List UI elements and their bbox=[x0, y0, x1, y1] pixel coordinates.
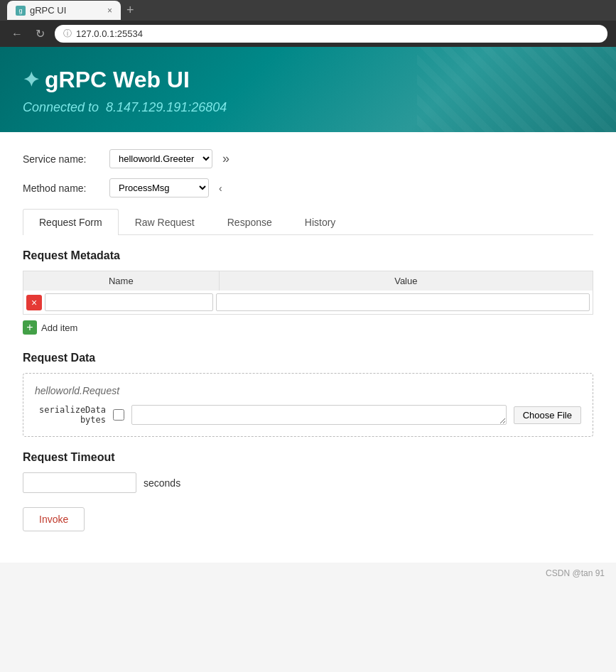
forward-button[interactable]: ↻ bbox=[33, 26, 48, 42]
service-name-row: Service name: helloworld.Greeter » bbox=[23, 149, 593, 168]
service-forward-button[interactable]: » bbox=[221, 150, 231, 168]
hero-title: ✦ gRPC Web UI bbox=[23, 67, 593, 93]
request-data-box: helloworld.Request serializeData bytes C… bbox=[23, 373, 593, 437]
tab-response[interactable]: Response bbox=[211, 209, 288, 235]
main-content: Service name: helloworld.Greeter » Metho… bbox=[0, 132, 616, 563]
timeout-row: seconds bbox=[23, 472, 593, 493]
choose-file-button[interactable]: Choose File bbox=[514, 406, 581, 424]
metadata-header-row: Name Value bbox=[23, 271, 593, 291]
service-name-label: Service name: bbox=[23, 153, 101, 165]
connected-label: Connected to bbox=[23, 100, 99, 114]
address-text: 127.0.0.1:25534 bbox=[76, 28, 143, 39]
request-timeout-title: Request Timeout bbox=[23, 451, 593, 464]
serialize-field-row: serializeData bytes Choose File bbox=[35, 405, 581, 425]
tab-title: gRPC UI bbox=[30, 5, 66, 16]
serialize-checkbox[interactable] bbox=[113, 409, 124, 421]
browser-tab[interactable]: g gRPC UI × bbox=[7, 1, 121, 20]
tabs-bar: Request Form Raw Request Response Histor… bbox=[23, 209, 593, 235]
serialize-text-input[interactable] bbox=[131, 405, 507, 425]
method-name-select[interactable]: ProcessMsg bbox=[109, 178, 209, 197]
add-icon: + bbox=[23, 320, 37, 335]
tab-raw-request[interactable]: Raw Request bbox=[119, 209, 211, 235]
timeout-unit: seconds bbox=[144, 477, 180, 489]
metadata-table: Name Value × bbox=[23, 271, 593, 315]
tab-close-button[interactable]: × bbox=[107, 6, 112, 16]
metadata-name-input[interactable] bbox=[45, 293, 213, 311]
tab-history[interactable]: History bbox=[288, 209, 352, 235]
invoke-section: Invoke bbox=[23, 507, 593, 531]
delete-row-button[interactable]: × bbox=[26, 295, 42, 310]
tab-content: Request Metadata Name Value × bbox=[23, 235, 593, 546]
request-data-title: Request Data bbox=[23, 352, 593, 364]
grpc-icon: ✦ bbox=[23, 68, 39, 92]
request-data-section: Request Data helloworld.Request serializ… bbox=[23, 352, 593, 437]
request-timeout-section: Request Timeout seconds bbox=[23, 451, 593, 493]
new-tab-button[interactable]: + bbox=[121, 0, 140, 21]
request-metadata-section: Request Metadata Name Value × bbox=[23, 249, 593, 337]
request-metadata-title: Request Metadata bbox=[23, 249, 593, 262]
method-name-label: Method name: bbox=[23, 183, 101, 194]
add-item-label: Add item bbox=[41, 323, 77, 333]
method-name-row: Method name: ProcessMsg ‹ bbox=[23, 178, 593, 197]
method-back-button[interactable]: ‹ bbox=[217, 181, 224, 195]
metadata-row: × bbox=[23, 291, 593, 314]
server-address: 8.147.129.191:26804 bbox=[106, 100, 227, 114]
lock-icon: ⓘ bbox=[63, 28, 72, 40]
add-item-button[interactable]: + Add item bbox=[23, 318, 77, 337]
metadata-name-cell: × bbox=[26, 293, 213, 311]
hero-subtitle: Connected to 8.147.129.191:26804 bbox=[23, 100, 593, 115]
metadata-value-header: Value bbox=[220, 271, 593, 291]
page-footer: CSDN @tan 91 bbox=[0, 563, 616, 584]
serialize-field-name: serializeData bytes bbox=[35, 405, 106, 425]
timeout-input[interactable] bbox=[23, 472, 136, 493]
request-type-label: helloworld.Request bbox=[35, 385, 581, 396]
browser-chrome: g gRPC UI × + ← ↻ ⓘ 127.0.0.1:25534 bbox=[0, 0, 616, 47]
metadata-name-header: Name bbox=[23, 271, 220, 291]
tab-favicon: g bbox=[16, 6, 26, 16]
metadata-value-input[interactable] bbox=[216, 293, 590, 311]
hero-title-text: gRPC Web UI bbox=[45, 67, 190, 93]
address-bar: ← ↻ ⓘ 127.0.0.1:25534 bbox=[0, 21, 616, 47]
tab-request-form[interactable]: Request Form bbox=[23, 209, 119, 235]
tab-bar: g gRPC UI × + bbox=[0, 0, 616, 21]
back-button[interactable]: ← bbox=[9, 26, 26, 42]
address-input[interactable]: ⓘ 127.0.0.1:25534 bbox=[55, 25, 607, 43]
hero-banner: ✦ gRPC Web UI Connected to 8.147.129.191… bbox=[0, 47, 616, 132]
footer-text: CSDN @tan 91 bbox=[546, 568, 605, 578]
invoke-button[interactable]: Invoke bbox=[23, 507, 85, 531]
metadata-value-cell bbox=[216, 293, 590, 311]
service-name-select[interactable]: helloworld.Greeter bbox=[109, 149, 212, 168]
